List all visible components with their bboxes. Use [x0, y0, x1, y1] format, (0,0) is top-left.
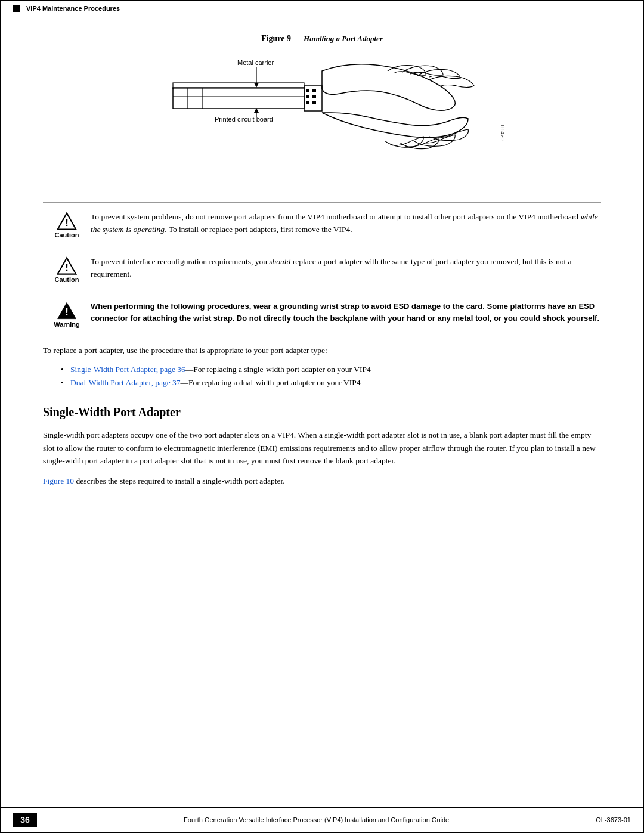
footer-doc-number: OL-3673-01	[596, 816, 631, 823]
footer-title: Fourth Generation Versatile Interface Pr…	[37, 816, 596, 823]
svg-text:!: !	[65, 262, 69, 274]
caution-icon-col-1: ! Caution	[43, 211, 91, 239]
top-bar-indicator	[13, 5, 20, 12]
figure-10-link[interactable]: Figure 10	[43, 476, 74, 485]
svg-marker-1	[254, 83, 259, 88]
list-item-2: Dual-Width Port Adapter, page 37—For rep…	[61, 376, 601, 389]
link-single-width[interactable]: Single-Width Port Adapter, page 36	[70, 365, 185, 374]
svg-rect-15	[312, 101, 316, 104]
caution-text-1: To prevent system problems, do not remov…	[91, 211, 601, 236]
warning-icon: !	[57, 301, 77, 321]
metal-carrier-label: Metal carrier	[237, 59, 274, 66]
svg-rect-4	[173, 88, 304, 109]
top-bar: VIP4 Maintenance Procedures	[1, 1, 643, 16]
caution1-text-after: . To install or replace port adapters, f…	[165, 225, 352, 234]
list-item-1-rest: —For replacing a single-width port adapt…	[185, 365, 371, 374]
section-heading: Single-Width Port Adapter	[43, 405, 601, 419]
main-content: Figure 9 Handling a Port Adapter Metal c…	[1, 16, 643, 807]
caution-block-1: ! Caution To prevent system problems, do…	[43, 202, 601, 247]
caution-icon-col-2: ! Caution	[43, 256, 91, 283]
svg-text:!: !	[65, 307, 69, 318]
caution1-text-before: To prevent system problems, do not remov…	[91, 212, 581, 221]
caution-block-2: ! Caution To prevent interface reconfigu…	[43, 247, 601, 292]
list-item-2-rest: —For replacing a dual-width port adapter…	[181, 378, 361, 387]
caution-icon-1: !	[57, 211, 77, 231]
warning-text: When performing the following procedures…	[91, 301, 601, 324]
footer-page-number: 36	[13, 813, 37, 827]
section-para-1: Single-width port adapters occupy one of…	[43, 429, 601, 467]
pcb-label: Printed circuit board	[215, 116, 273, 123]
caution-label-1: Caution	[55, 231, 79, 239]
warning-block: ! Warning When performing the following …	[43, 292, 601, 336]
body-intro: To replace a port adapter, use the proce…	[43, 345, 601, 357]
svg-rect-11	[306, 95, 309, 98]
warning-label: Warning	[54, 321, 80, 328]
figure-caption: Figure 9 Handling a Port Adapter	[43, 34, 601, 44]
caution-icon-2: !	[57, 256, 77, 276]
figure-number: Figure 9	[261, 34, 291, 43]
list-item-1: Single-Width Port Adapter, page 36—For r…	[61, 363, 601, 376]
bullet-list: Single-Width Port Adapter, page 36—For r…	[61, 363, 601, 389]
footer: 36 Fourth Generation Versatile Interface…	[1, 807, 643, 832]
diagram-svg: Metal carrier Printed circuit board	[137, 53, 507, 178]
caution2-text-before: To prevent interface reconfiguration req…	[91, 257, 269, 266]
caution-label-2: Caution	[55, 276, 79, 283]
svg-rect-12	[306, 101, 309, 104]
svg-text:!: !	[65, 218, 69, 229]
caution-text-2: To prevent interface reconfiguration req…	[91, 256, 601, 281]
svg-rect-10	[306, 89, 309, 92]
figure-area: Metal carrier Printed circuit board	[43, 53, 601, 184]
diagram-id: H6420	[500, 125, 506, 141]
caution2-text-em: should	[269, 257, 290, 266]
svg-rect-13	[312, 89, 316, 92]
figure-title: Handling a Port Adapter	[304, 34, 383, 43]
svg-rect-14	[312, 95, 316, 98]
section-para-2: Figure 10 describes the steps required t…	[43, 475, 601, 488]
diagram-container: Metal carrier Printed circuit board	[137, 53, 507, 184]
link-dual-width[interactable]: Dual-Width Port Adapter, page 37	[70, 378, 181, 387]
section-para-2-rest: describes the steps required to install …	[74, 476, 285, 485]
warning-icon-col: ! Warning	[43, 301, 91, 328]
top-bar-title: VIP4 Maintenance Procedures	[26, 5, 120, 12]
